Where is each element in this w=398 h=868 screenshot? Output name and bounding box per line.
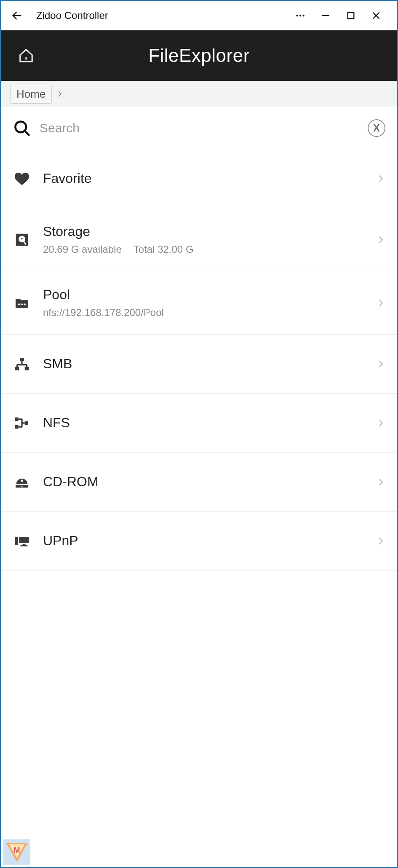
svg-point-32 — [21, 480, 23, 482]
chevron-right-icon — [376, 235, 385, 244]
titlebar: Zidoo Controller — [1, 1, 397, 30]
svg-point-3 — [302, 15, 304, 16]
svg-point-34 — [21, 485, 23, 487]
list-item-nfs[interactable]: NFS — [1, 394, 397, 453]
network-icon — [13, 356, 31, 372]
storage-available: 20.69 G available — [43, 244, 122, 255]
heart-icon — [13, 170, 31, 187]
list-item-favorite[interactable]: Favorite — [1, 149, 397, 208]
svg-rect-19 — [15, 367, 19, 370]
file-source-list: Favorite Storage 20.69 G available Total… — [1, 149, 397, 867]
item-label: CD-ROM — [43, 474, 364, 490]
svg-rect-35 — [15, 537, 18, 545]
back-button[interactable] — [9, 10, 24, 21]
list-item-pool[interactable]: Pool nfs://192.168.178.200/Pool — [1, 271, 397, 335]
chevron-right-icon — [56, 90, 64, 98]
svg-point-15 — [18, 303, 20, 305]
x-icon: X — [373, 122, 380, 134]
watermark-badge: M — [3, 839, 30, 865]
svg-rect-38 — [21, 545, 28, 547]
list-item-upnp[interactable]: UPnP — [1, 512, 397, 571]
close-button[interactable] — [363, 7, 389, 24]
svg-rect-37 — [23, 544, 26, 545]
search-icon — [13, 119, 31, 137]
upnp-icon — [13, 533, 31, 549]
svg-point-16 — [21, 303, 23, 305]
chevron-right-icon — [376, 359, 385, 369]
item-label: Pool — [43, 287, 364, 303]
item-label: Favorite — [43, 171, 364, 186]
hdd-icon — [13, 232, 31, 248]
svg-rect-20 — [25, 367, 29, 370]
pool-path: nfs://192.168.178.200/Pool — [43, 307, 164, 319]
clear-search-button[interactable]: X — [368, 119, 385, 137]
svg-rect-27 — [25, 421, 28, 424]
svg-point-2 — [299, 15, 301, 16]
chevron-right-icon — [376, 418, 385, 428]
chevron-right-icon — [376, 477, 385, 487]
network-folder-icon — [13, 295, 31, 311]
svg-rect-25 — [15, 417, 18, 421]
storage-total: Total 32.00 G — [134, 244, 194, 255]
svg-point-1 — [296, 15, 298, 16]
item-label: Storage — [43, 224, 364, 239]
breadcrumb: Home — [1, 81, 397, 107]
item-label: UPnP — [43, 533, 364, 549]
window-title: Zidoo Controller — [36, 10, 108, 21]
search-input[interactable] — [40, 121, 359, 135]
item-label: SMB — [43, 356, 364, 372]
svg-point-17 — [24, 303, 26, 305]
app-title: FileExplorer — [18, 45, 380, 66]
svg-rect-5 — [348, 13, 354, 19]
list-item-smb[interactable]: SMB — [1, 335, 397, 394]
chevron-right-icon — [376, 298, 385, 308]
minimize-button[interactable] — [313, 7, 338, 24]
svg-text:M: M — [14, 846, 20, 855]
tree-icon — [13, 415, 31, 431]
disc-drive-icon — [13, 474, 31, 490]
list-item-storage[interactable]: Storage 20.69 G available Total 32.00 G — [1, 208, 397, 271]
list-item-cdrom[interactable]: CD-ROM — [1, 453, 397, 512]
svg-rect-26 — [15, 425, 18, 429]
chevron-right-icon — [376, 174, 385, 183]
svg-line-10 — [24, 131, 29, 135]
more-button[interactable] — [288, 7, 313, 24]
item-label: NFS — [43, 415, 364, 431]
chevron-right-icon — [376, 536, 385, 546]
appbar: FileExplorer — [1, 30, 397, 81]
svg-rect-18 — [20, 358, 24, 361]
svg-rect-36 — [19, 537, 29, 543]
breadcrumb-home[interactable]: Home — [10, 85, 52, 104]
search-bar: X — [1, 107, 397, 149]
app-window: Zidoo Controller FileExplorer Home — [0, 0, 398, 868]
maximize-button[interactable] — [338, 7, 363, 24]
